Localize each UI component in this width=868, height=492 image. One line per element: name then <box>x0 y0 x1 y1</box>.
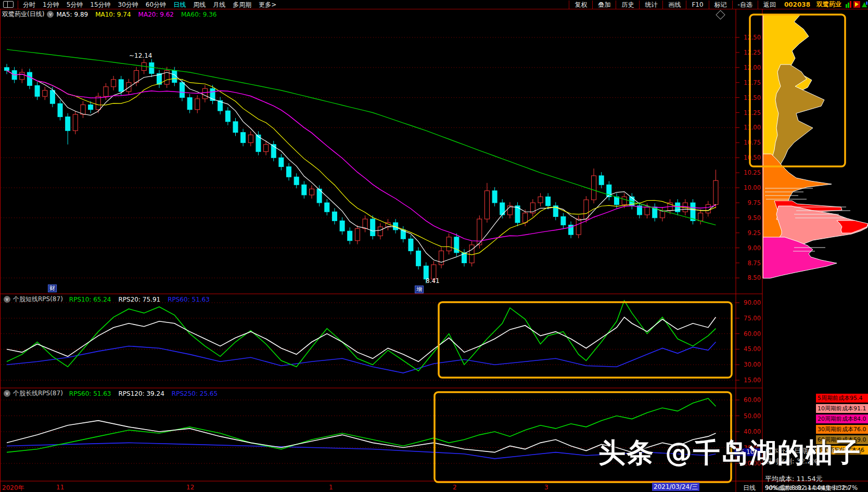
chevron-down-icon[interactable]: v <box>47 11 54 18</box>
pane3-header: v 个股长线RPS(87) RPS60: 51.63RPS120: 39.24R… <box>1 389 225 398</box>
date-axis-label: 12 <box>186 484 194 491</box>
symbol-name: 双鹭药业 <box>813 0 845 9</box>
menu-item-7[interactable]: 日线 <box>170 1 189 9</box>
tool-button-4[interactable]: 统计 <box>639 1 662 9</box>
date-axis-label: 3 <box>544 484 548 491</box>
period-label: 日线 <box>743 484 756 492</box>
tool-button-7[interactable]: 标记 <box>709 1 732 9</box>
menu-item-1[interactable]: 分时 <box>19 1 39 9</box>
date-axis-label: 1 <box>329 484 333 491</box>
app-window: 分时1分钟5分钟15分钟30分钟60分钟日线周线月线多周期更多> 复权叠加历史统… <box>0 0 868 492</box>
tool-button-9[interactable]: 返回 <box>758 1 781 9</box>
date-badge: 2021/03/24/三 <box>652 483 699 491</box>
watermark: 头条 @千岛湖的柚子 <box>598 435 862 471</box>
cost-legend-row: 10周期前成本91.1 <box>816 404 868 413</box>
pane2-header: v 个股短线RPS(87) RPS10: 65.24RPS20: 75.91RP… <box>1 295 217 304</box>
rps-value-label: RPS120: 39.24 <box>119 390 164 397</box>
rps-value-label: RPS60: 51.63 <box>69 390 111 397</box>
chart-canvas <box>0 0 868 492</box>
menu-item-4[interactable]: 15分钟 <box>86 1 114 9</box>
ma-label: MA5: 9.89 <box>56 11 88 18</box>
date-axis-label: 2020年 <box>2 484 24 492</box>
peak-price-label: ~12.14 <box>129 52 152 59</box>
rps-value-label: RPS60: 51.63 <box>168 296 210 303</box>
menu-item-5[interactable]: 30分钟 <box>114 1 142 9</box>
pane2-title: 个股短线RPS(87) <box>13 295 63 304</box>
ma-values: MA5: 9.89MA10: 9.74MA20: 9.62MA60: 9.36 <box>56 11 224 18</box>
chart-title-row: 双鹭药业(日线) v MA5: 9.89MA10: 9.74MA20: 9.62… <box>2 10 224 19</box>
ma-label: MA20: 9.62 <box>138 11 174 18</box>
event-marker[interactable]: 财 <box>48 284 57 292</box>
pane2-values: RPS10: 65.24RPS20: 75.91RPS60: 51.63 <box>69 296 217 303</box>
flag-mini-icon[interactable] <box>853 1 860 8</box>
rps-value-label: RPS10: 65.24 <box>69 296 111 303</box>
layout-icon[interactable] <box>3 1 14 8</box>
tool-button-1[interactable]: 复权 <box>569 1 592 9</box>
menu-item-10[interactable]: 多周期 <box>229 1 255 9</box>
menu-item-9[interactable]: 月线 <box>209 1 229 9</box>
cost-legend-row: 5周期前成本95.4 <box>816 394 868 403</box>
cost-info-line: 平均成本: 11.54元 <box>765 474 823 484</box>
chart-title: 双鹭药业(日线) <box>2 10 44 19</box>
tool-button-2[interactable]: 叠加 <box>592 1 616 9</box>
cost-legend-row: 20周期前成本84.0 <box>816 415 868 423</box>
date-axis-label: 2 <box>453 484 457 491</box>
cost-summary: 90%成本8.82-14.04集中32.7% <box>765 484 850 492</box>
tool-button-6[interactable]: F10 <box>686 1 708 9</box>
pane3-title: 个股长线RPS(87) <box>13 389 63 398</box>
tool-button-3[interactable]: 历史 <box>616 1 639 9</box>
ma-label: MA60: 9.36 <box>181 11 216 18</box>
ma-label: MA10: 9.74 <box>95 11 131 18</box>
date-axis-label: 11 <box>56 484 64 491</box>
chevron-down-icon[interactable]: v <box>4 390 10 397</box>
tool-button-8[interactable]: -自选 <box>732 1 758 9</box>
cost-legend-row: 30周期前成本76.0 <box>816 425 868 434</box>
menu-item-6[interactable]: 60分钟 <box>142 1 170 9</box>
rps-value-label: RPS20: 75.91 <box>119 296 161 303</box>
menu-item-2[interactable]: 1分钟 <box>39 1 63 9</box>
arrow-mini-icon[interactable] <box>861 1 868 8</box>
menu-item-11[interactable]: 更多> <box>255 1 280 9</box>
menu-item-8[interactable]: 周线 <box>189 1 209 9</box>
tool-menu: 复权叠加历史统计画线F10标记-自选返回 002038 双鹭药业 <box>569 1 868 9</box>
chart-mini-icon[interactable] <box>846 1 852 8</box>
symbol-code: 002038 <box>781 1 813 8</box>
menu-item-3[interactable]: 5分钟 <box>63 1 87 9</box>
event-marker[interactable]: 增 <box>415 286 424 293</box>
chevron-down-icon[interactable]: v <box>4 296 10 303</box>
pane3-values: RPS60: 51.63RPS120: 39.24RPS250: 25.65 <box>69 390 225 397</box>
period-menu: 分时1分钟5分钟15分钟30分钟60分钟日线周线月线多周期更多> <box>18 1 280 9</box>
tool-button-5[interactable]: 画线 <box>662 1 686 9</box>
rps-value-label: RPS250: 25.65 <box>172 390 218 397</box>
trough-price-label: 8.41 <box>426 277 440 284</box>
top-menu-bar: 分时1分钟5分钟15分钟30分钟60分钟日线周线月线多周期更多> 复权叠加历史统… <box>0 0 868 9</box>
